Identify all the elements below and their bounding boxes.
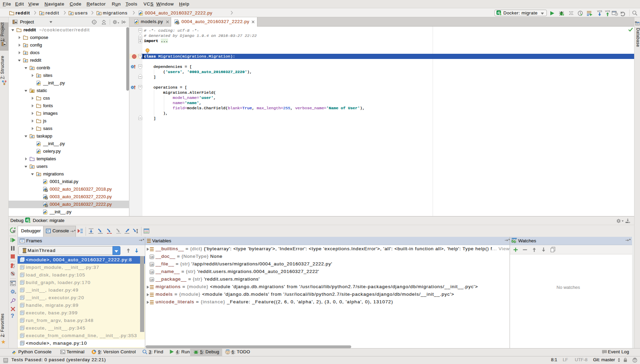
svg-text:VCS: VCS — [605, 10, 610, 12]
svg-text:dj: dj — [498, 11, 500, 14]
svg-text:18: 18 — [150, 263, 154, 266]
svg-text:18: 18 — [150, 271, 154, 274]
svg-text:18: 18 — [150, 255, 154, 259]
svg-text:dj: dj — [26, 218, 29, 222]
svg-text:VCS: VCS — [597, 10, 602, 12]
svg-text:18: 18 — [150, 278, 154, 282]
